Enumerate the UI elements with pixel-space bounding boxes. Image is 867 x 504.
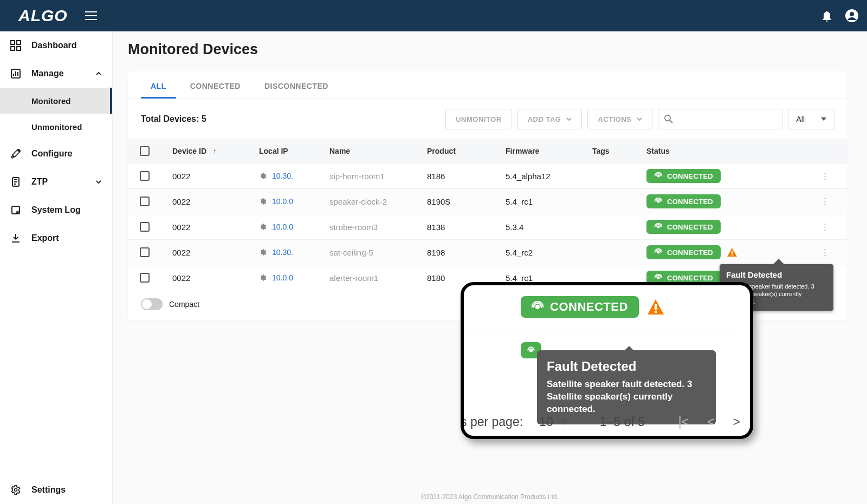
- tab-disconnected[interactable]: DISCONNECTED: [255, 75, 338, 99]
- inset-page-next-icon[interactable]: >: [733, 415, 740, 429]
- svg-point-13: [657, 200, 659, 202]
- ip-link[interactable]: 10.0.0: [272, 197, 293, 206]
- unmonitor-button[interactable]: UNMONITOR: [445, 109, 512, 129]
- sidebar-item-label: System Log: [31, 205, 81, 215]
- cell-device-id: 0022: [172, 197, 259, 206]
- sidebar-item-manage[interactable]: Manage: [0, 60, 112, 88]
- sidebar-item-label: Manage: [31, 69, 64, 78]
- status-chip: CONNECTED: [646, 194, 721, 208]
- table-row[interactable]: 002210.30.sat-ceiling-581985.4_rc2CONNEC…: [128, 239, 847, 265]
- sidebar-item-dashboard[interactable]: Dashboard: [0, 31, 112, 60]
- inset-tooltip-title: Fault Detected: [547, 359, 706, 374]
- warning-icon: [727, 248, 737, 257]
- ip-link[interactable]: 10.0.0: [272, 273, 293, 282]
- select-all-checkbox[interactable]: [140, 146, 150, 156]
- col-local-ip[interactable]: Local IP: [259, 147, 329, 155]
- chevron-down-icon: [566, 117, 572, 121]
- copyright: ©2021-2023 Algo Communication Products L…: [113, 493, 867, 501]
- sidebar-item-export[interactable]: Export: [0, 224, 112, 252]
- svg-point-15: [657, 251, 659, 253]
- status-filter[interactable]: All: [788, 109, 834, 129]
- settings-icon: [10, 485, 22, 495]
- table-row[interactable]: 002210.0.0strobe-room381385.3.4CONNECTED…: [128, 214, 847, 239]
- col-device-id[interactable]: Device ID ↑: [172, 147, 259, 155]
- ip-link[interactable]: 10.0.0: [272, 222, 293, 231]
- add-tag-button[interactable]: ADD TAG: [517, 109, 583, 129]
- row-menu-icon[interactable]: ⋮: [808, 197, 841, 206]
- sidebar-sub-unmonitored[interactable]: Unmonitored: [0, 114, 112, 140]
- systemlog-icon: [10, 205, 22, 215]
- tab-connected[interactable]: CONNECTED: [180, 75, 250, 99]
- row-menu-icon[interactable]: ⋮: [808, 247, 841, 257]
- row-checkbox[interactable]: [140, 273, 150, 283]
- row-checkbox[interactable]: [140, 171, 150, 181]
- svg-rect-2: [11, 41, 15, 44]
- compact-toggle[interactable]: [141, 298, 163, 310]
- sidebar-item-ztp[interactable]: ZTP: [0, 168, 112, 196]
- search-input[interactable]: [674, 115, 777, 123]
- inset-page-first-icon[interactable]: |<: [678, 415, 689, 429]
- col-tags[interactable]: Tags: [592, 147, 646, 155]
- zoom-inset: CONNECTED Fault Detected Satellite speak…: [461, 282, 753, 439]
- col-status[interactable]: Status: [646, 147, 808, 155]
- col-product[interactable]: Product: [427, 147, 506, 155]
- sidebar-sub-monitored[interactable]: Monitored: [0, 88, 112, 114]
- sidebar-item-configure[interactable]: Configure: [0, 140, 112, 168]
- svg-point-14: [657, 226, 659, 228]
- col-firmware[interactable]: Firmware: [506, 147, 592, 155]
- sidebar-item-label: Settings: [31, 485, 66, 495]
- actions-button[interactable]: ACTIONS: [587, 109, 652, 129]
- row-menu-icon[interactable]: ⋮: [808, 222, 841, 232]
- cell-name: strobe-room3: [329, 222, 427, 232]
- account-icon[interactable]: [845, 9, 858, 22]
- filter-label: All: [796, 115, 805, 123]
- table-header: Device ID ↑ Local IP Name Product Firmwa…: [128, 139, 847, 163]
- caret-down-icon: [821, 117, 826, 121]
- ip-link[interactable]: 10.30.: [272, 172, 293, 180]
- cell-status: CONNECTED: [646, 194, 808, 208]
- row-checkbox[interactable]: [140, 247, 150, 257]
- sidebar-item-systemlog[interactable]: System Log: [0, 196, 112, 224]
- cell-name: sat-ceiling-5: [329, 248, 427, 257]
- chevron-up-icon: [95, 70, 102, 77]
- gear-icon[interactable]: [259, 248, 267, 256]
- row-checkbox[interactable]: [140, 222, 150, 232]
- table-row[interactable]: 002210.0.0speaker-clock-28190S5.4_rc1CON…: [128, 188, 847, 214]
- sidebar-item-label: Dashboard: [31, 41, 77, 50]
- inset-range: 1–5 of 5: [600, 415, 645, 429]
- export-icon: [10, 233, 22, 244]
- sidebar-item-settings[interactable]: Settings: [0, 476, 112, 504]
- cell-firmware: 5.4_rc1: [506, 273, 592, 283]
- table-row[interactable]: 002210.30.sip-horn-room181865.4_alpha12C…: [128, 163, 847, 188]
- tab-all[interactable]: ALL: [141, 75, 176, 99]
- ip-link[interactable]: 10.30.: [272, 248, 293, 257]
- gear-icon[interactable]: [259, 223, 267, 231]
- svg-rect-5: [17, 47, 21, 50]
- cell-firmware: 5.4_alpha12: [506, 172, 592, 181]
- gear-icon[interactable]: [259, 172, 267, 180]
- inset-footer: s per page: 10 1–5 of 5 |< < >: [464, 415, 750, 429]
- notifications-icon[interactable]: [821, 10, 832, 22]
- menu-toggle-icon[interactable]: [85, 11, 97, 20]
- cell-product: 8180: [427, 273, 506, 283]
- gear-icon[interactable]: [259, 274, 267, 282]
- status-chip: CONNECTED: [646, 220, 721, 234]
- configure-icon: [10, 148, 22, 159]
- row-checkbox[interactable]: [140, 197, 150, 206]
- row-menu-icon[interactable]: ⋮: [808, 171, 841, 181]
- svg-point-18: [657, 277, 659, 279]
- svg-point-12: [657, 175, 659, 177]
- chevron-down-icon: [95, 178, 102, 186]
- svg-point-11: [665, 115, 670, 121]
- status-chip: CONNECTED: [646, 169, 721, 183]
- cell-firmware: 5.3.4: [506, 222, 592, 232]
- inset-rpp-select[interactable]: 10: [539, 415, 567, 429]
- gear-icon[interactable]: [259, 198, 267, 205]
- cell-product: 8138: [427, 222, 506, 232]
- col-name[interactable]: Name: [329, 147, 427, 155]
- sidebar-item-label: Export: [31, 233, 59, 243]
- actions-label: ACTIONS: [598, 115, 631, 123]
- inset-page-prev-icon[interactable]: <: [707, 415, 714, 429]
- top-bar: ALGO: [0, 0, 867, 31]
- inset-status-chip: CONNECTED: [521, 296, 639, 318]
